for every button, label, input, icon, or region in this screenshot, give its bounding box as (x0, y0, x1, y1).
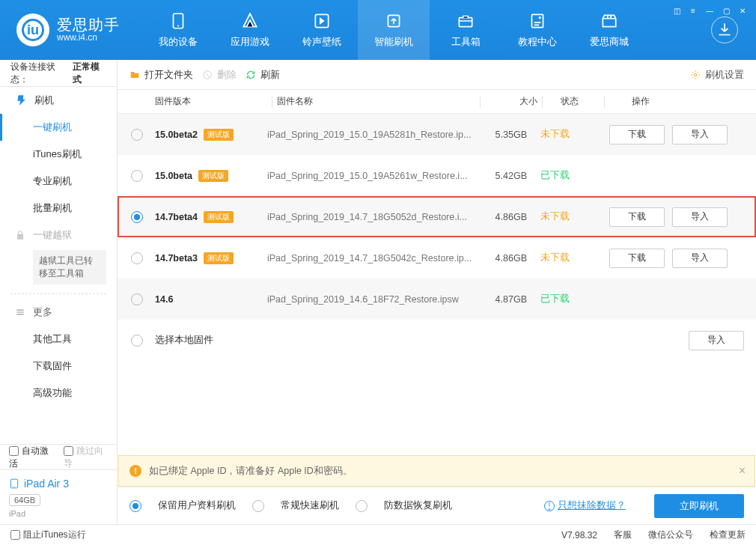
titlebar-maximize-icon[interactable]: ▢ (720, 4, 732, 16)
row-radio[interactable] (131, 252, 143, 264)
sidebar-separator (10, 293, 106, 294)
refresh-button[interactable]: 刷新 (246, 68, 280, 82)
notice-close-icon[interactable]: × (739, 464, 746, 478)
firmware-row[interactable]: 14.7beta4 测试版iPad_Spring_2019_14.7_18G50… (118, 196, 756, 237)
row-size: 4.86GB (475, 212, 527, 222)
opt-anti-label: 防数据恢复刷机 (384, 499, 452, 512)
delete-button: 删除 (202, 68, 237, 82)
download-button[interactable]: 下载 (609, 249, 665, 268)
sidebar-item-其他工具[interactable]: 其他工具 (0, 326, 117, 353)
sidebar-head-flash[interactable]: 刷机 (0, 87, 117, 114)
auto-activate-check[interactable]: 自动激活 (9, 445, 53, 470)
row-status: 已下载 (527, 293, 593, 305)
download-button[interactable]: 下载 (609, 125, 665, 144)
sidebar-item-iTunes刷机[interactable]: iTunes刷机 (0, 141, 117, 168)
nav-label-0: 我的设备 (159, 35, 198, 49)
opt-normal[interactable]: 常规快速刷机 (252, 499, 339, 512)
customer-service-link[interactable]: 客服 (614, 529, 632, 541)
status-bar: 阻止iTunes运行 V7.98.32 客服 微信公众号 检查更新 (0, 524, 756, 545)
firmware-row[interactable]: 15.0beta2 测试版iPad_Spring_2019_15.0_19A52… (118, 114, 756, 155)
row-ops: 下载导入 (593, 207, 728, 227)
titlebar-close-icon[interactable]: ✕ (737, 4, 749, 16)
nav-1[interactable]: 应用游戏 (214, 0, 286, 60)
row-filename: iPad_Spring_2019_15.0_19A5281h_Restore.i… (267, 130, 475, 140)
beta-badge: 测试版 (204, 252, 234, 264)
import-button[interactable]: 导入 (672, 207, 728, 227)
titlebar-menu-icon[interactable]: ≡ (687, 4, 699, 16)
row-radio[interactable] (131, 335, 143, 347)
opt-normal-label: 常规快速刷机 (281, 499, 339, 512)
opt-keep-label: 保留用户资料刷机 (158, 499, 236, 512)
nav-2[interactable]: 铃声壁纸 (286, 0, 358, 60)
refresh-label: 刷新 (260, 68, 280, 82)
row-ops: 下载导入 (593, 249, 728, 268)
svg-line-10 (205, 73, 210, 77)
nav-label-5: 教程中心 (518, 35, 557, 49)
table-header: 固件版本 固件名称 大小 状态 操作 (118, 90, 756, 114)
firmware-row[interactable]: 14.6iPad_Spring_2019_14.6_18F72_Restore.… (118, 278, 756, 320)
import-button[interactable]: 导入 (672, 249, 728, 268)
import-button[interactable]: 导入 (689, 331, 744, 350)
open-folder-button[interactable]: 打开文件夹 (129, 68, 193, 82)
sidebar-head-flash-label: 刷机 (34, 94, 54, 107)
flash-settings-button[interactable]: 刷机设置 (690, 68, 744, 82)
row-status: 未下载 (527, 128, 593, 141)
sidebar-item-高级功能[interactable]: 高级功能 (0, 380, 117, 407)
delete-label: 删除 (217, 68, 237, 82)
opt-keep-data[interactable]: 保留用户资料刷机 (129, 499, 236, 512)
sidebar-head-more[interactable]: 更多 (0, 299, 117, 326)
top-nav: 我的设备应用游戏铃声壁纸智能刷机工具箱教程中心爱思商城 (142, 0, 645, 60)
row-radio[interactable] (131, 293, 143, 305)
nav-label-6: 爱思商城 (590, 35, 629, 49)
flash-now-button[interactable]: 立即刷机 (654, 494, 744, 518)
sidebar-item-专业刷机[interactable]: 专业刷机 (0, 168, 117, 195)
nav-0[interactable]: 我的设备 (142, 0, 214, 60)
row-status: 未下载 (527, 252, 593, 264)
row-size: 5.42GB (475, 171, 527, 181)
wipe-only-link[interactable]: ! 只想抹除数据？ (544, 499, 626, 512)
row-ops: 下载导入 (593, 125, 728, 144)
titlebar-minimize-icon[interactable]: — (704, 4, 716, 16)
row-filename: iPad_Spring_2019_14.6_18F72_Restore.ipsw (267, 294, 475, 305)
check-update-link[interactable]: 检查更新 (710, 529, 746, 541)
brand-url: www.i4.cn (57, 33, 120, 43)
row-radio[interactable] (131, 129, 143, 141)
row-radio[interactable] (131, 170, 143, 182)
row-version: 15.0beta 测试版 (155, 170, 267, 182)
toolbar: 打开文件夹 删除 刷新 刷机设置 (118, 60, 756, 90)
main-area: 设备连接状态： 正常模式 刷机 一键刷机iTunes刷机专业刷机批量刷机 一键越… (0, 60, 756, 524)
block-itunes-check[interactable]: 阻止iTunes运行 (10, 529, 86, 541)
skip-guide-check[interactable]: 跳过向导 (64, 445, 108, 470)
sidebar-item-批量刷机[interactable]: 批量刷机 (0, 195, 117, 222)
firmware-row[interactable]: 15.0beta 测试版iPad_Spring_2019_15.0_19A526… (118, 155, 756, 196)
svg-rect-4 (459, 18, 472, 27)
import-button[interactable]: 导入 (672, 125, 728, 144)
col-name: 固件名称 (277, 95, 475, 108)
titlebar-controls: ◫ ≡ — ▢ ✕ (671, 4, 749, 16)
row-radio[interactable] (131, 211, 143, 223)
sidebar: 设备连接状态： 正常模式 刷机 一键刷机iTunes刷机专业刷机批量刷机 一键越… (0, 60, 118, 524)
action-bar: 保留用户资料刷机 常规快速刷机 防数据恢复刷机 ! 只想抹除数据？ 立即刷机 (118, 487, 756, 524)
download-button[interactable]: 下载 (609, 207, 665, 227)
col-version: 固件版本 (155, 95, 267, 108)
sidebar-head-jailbreak: 一键越狱 (0, 222, 117, 249)
flash-settings-label: 刷机设置 (705, 68, 744, 82)
nav-5[interactable]: 教程中心 (502, 0, 573, 60)
sidebar-item-一键刷机[interactable]: 一键刷机 (0, 114, 117, 141)
download-manager-icon[interactable] (711, 16, 738, 43)
nav-4[interactable]: 工具箱 (430, 0, 502, 60)
local-firmware-row[interactable]: 选择本地固件导入 (118, 320, 756, 361)
titlebar-skin-icon[interactable]: ◫ (671, 4, 683, 16)
svg-point-8 (13, 487, 14, 487)
nav-3[interactable]: 智能刷机 (358, 0, 430, 60)
connection-status: 设备连接状态： 正常模式 (0, 60, 117, 87)
col-ops: 操作 (609, 95, 744, 108)
device-card[interactable]: iPad Air 3 64GB iPad (0, 469, 117, 524)
firmware-row[interactable]: 14.7beta3 测试版iPad_Spring_2019_14.7_18G50… (118, 237, 756, 278)
sidebar-item-下载固件[interactable]: 下载固件 (0, 353, 117, 380)
opt-anti-recover[interactable]: 防数据恢复刷机 (356, 499, 452, 512)
wechat-link[interactable]: 微信公众号 (648, 529, 693, 541)
nav-6[interactable]: 爱思商城 (573, 0, 645, 60)
app-version: V7.98.32 (561, 530, 597, 541)
col-status: 状态 (547, 95, 600, 108)
